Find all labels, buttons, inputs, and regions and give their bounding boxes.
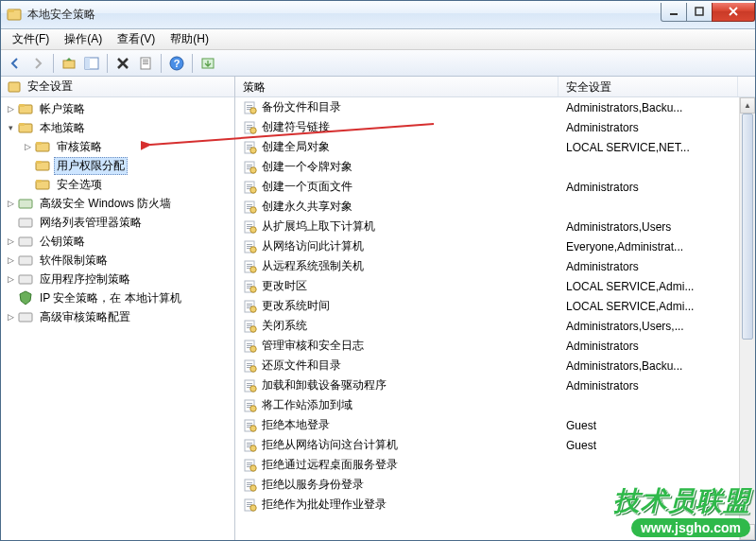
tree-item-advaudit[interactable]: ▷高级审核策略配置 xyxy=(1,307,234,326)
svg-point-50 xyxy=(250,166,256,172)
folder-icon xyxy=(35,139,50,154)
tree-header[interactable]: 安全设置 xyxy=(1,77,234,97)
toolbar-separator xyxy=(192,54,193,73)
forward-button[interactable] xyxy=(27,53,48,74)
export-button[interactable] xyxy=(198,53,218,74)
svg-rect-57 xyxy=(247,204,252,205)
svg-point-105 xyxy=(250,385,256,391)
scroll-up-button[interactable]: ▲ xyxy=(740,97,755,113)
expand-icon[interactable]: ▷ xyxy=(5,273,16,285)
expand-icon[interactable]: ▷ xyxy=(5,254,16,266)
list-row[interactable]: 加载和卸载设备驱动程序Administrators xyxy=(235,375,755,395)
spacer-icon xyxy=(22,179,33,190)
minimize-button[interactable] xyxy=(661,3,687,22)
folder-icon xyxy=(18,120,33,135)
tree-label: 网络列表管理器策略 xyxy=(37,215,145,231)
svg-point-90 xyxy=(250,325,256,331)
list-row[interactable]: 备份文件和目录Administrators,Backu... xyxy=(235,97,755,117)
menu-action[interactable]: 操作(A) xyxy=(57,29,110,49)
policy-name: 创建永久共享对象 xyxy=(262,199,566,215)
list-row[interactable]: 关闭系统Administrators,Users,... xyxy=(235,316,755,336)
list-row[interactable]: 拒绝从网络访问这台计算机Guest xyxy=(235,435,755,455)
tree-item-local-policy[interactable]: ▾ 本地策略 xyxy=(1,118,234,137)
list-row[interactable]: 还原文件和目录Administrators,Backu... xyxy=(235,356,755,375)
tree-label: 高级安全 Windows 防火墙 xyxy=(37,196,174,212)
list-row[interactable]: 从扩展坞上取下计算机Administrators,Users xyxy=(235,217,755,236)
tree-item-account-policy[interactable]: ▷ 帐户策略 xyxy=(1,99,234,118)
list-row[interactable]: 创建全局对象LOCAL SERVICE,NET... xyxy=(235,137,755,157)
close-button[interactable] xyxy=(712,3,755,22)
app-window: 本地安全策略 文件(F) 操作(A) 查看(V) 帮助(H) ? xyxy=(0,0,756,541)
list-row[interactable]: 管理审核和安全日志Administrators xyxy=(235,336,755,356)
tree-item-audit-policy[interactable]: ▷ 审核策略 xyxy=(18,137,234,156)
folder-icon xyxy=(35,177,50,192)
policy-setting: Administrators xyxy=(566,260,755,273)
svg-rect-92 xyxy=(247,343,252,344)
vertical-scrollbar[interactable]: ▲ ▼ xyxy=(739,97,755,540)
svg-point-55 xyxy=(250,186,256,192)
back-button[interactable] xyxy=(5,53,26,74)
tree-item-ipsec[interactable]: IP 安全策略，在 本地计算机 xyxy=(1,288,234,307)
list-row[interactable]: 拒绝本地登录Guest xyxy=(235,415,755,435)
menubar: 文件(F) 操作(A) 查看(V) 帮助(H) xyxy=(1,29,755,50)
tree-item-appctrl[interactable]: ▷应用程序控制策略 xyxy=(1,270,234,288)
folder-icon xyxy=(18,309,33,324)
expand-icon[interactable]: ▷ xyxy=(5,236,16,247)
policy-setting: Administrators xyxy=(566,340,755,353)
scroll-thumb[interactable] xyxy=(742,113,753,340)
help-button[interactable]: ? xyxy=(166,53,187,74)
list-row[interactable]: 更改系统时间LOCAL SERVICE,Admi... xyxy=(235,296,755,316)
list-row[interactable]: 将工作站添加到域 xyxy=(235,395,755,415)
show-hide-tree-button[interactable] xyxy=(81,53,102,74)
svg-text:?: ? xyxy=(174,58,180,69)
column-policy[interactable]: 策略 xyxy=(235,77,558,96)
list-row[interactable]: 创建永久共享对象 xyxy=(235,197,755,217)
maximize-button[interactable] xyxy=(686,3,713,22)
tree-item-netlist[interactable]: 网络列表管理器策略 xyxy=(1,213,234,232)
app-icon xyxy=(7,8,22,23)
collapse-icon[interactable]: ▾ xyxy=(5,122,16,133)
list-row[interactable]: 创建一个令牌对象 xyxy=(235,157,755,177)
policy-name: 更改系统时间 xyxy=(262,298,566,314)
tree-item-pubkey[interactable]: ▷公钥策略 xyxy=(1,232,234,251)
column-setting[interactable]: 安全设置 xyxy=(558,77,738,96)
expand-icon[interactable]: ▷ xyxy=(5,103,16,114)
tree-item-security-options[interactable]: 安全选项 xyxy=(18,175,234,194)
list-row[interactable]: 更改时区LOCAL SERVICE,Admi... xyxy=(235,276,755,296)
svg-rect-28 xyxy=(19,256,32,265)
list-row[interactable]: 创建符号链接Administrators xyxy=(235,117,755,137)
policy-icon xyxy=(243,239,258,254)
tree-item-user-rights[interactable]: 用户权限分配 xyxy=(18,156,234,175)
list-row[interactable]: 创建一个页面文件Administrators xyxy=(235,177,755,197)
svg-rect-3 xyxy=(696,8,703,15)
svg-rect-97 xyxy=(247,363,252,364)
svg-rect-47 xyxy=(247,165,252,166)
policy-icon xyxy=(243,160,258,175)
tree-item-firewall[interactable]: ▷高级安全 Windows 防火墙 xyxy=(1,194,234,213)
policy-icon xyxy=(243,339,258,354)
titlebar[interactable]: 本地安全策略 xyxy=(1,1,755,29)
expand-icon[interactable]: ▷ xyxy=(5,198,16,209)
toolbar-separator xyxy=(107,54,108,73)
svg-rect-20 xyxy=(36,142,42,145)
list-row[interactable]: 从网络访问此计算机Everyone,Administrat... xyxy=(235,236,755,256)
scroll-track[interactable] xyxy=(740,113,755,524)
expand-icon[interactable]: ▷ xyxy=(5,311,16,323)
list-row[interactable]: 拒绝通过远程桌面服务登录 xyxy=(235,455,755,475)
menu-view[interactable]: 查看(V) xyxy=(110,29,163,49)
expand-icon[interactable]: ▷ xyxy=(22,141,33,152)
tree-item-software[interactable]: ▷软件限制策略 xyxy=(1,251,234,270)
menu-help[interactable]: 帮助(H) xyxy=(163,29,216,49)
svg-rect-37 xyxy=(247,125,252,126)
svg-rect-77 xyxy=(247,284,252,285)
properties-button[interactable] xyxy=(135,53,156,74)
menu-file[interactable]: 文件(F) xyxy=(5,29,57,49)
toolbar-separator xyxy=(53,54,54,73)
policy-setting: Everyone,Administrat... xyxy=(566,240,755,253)
svg-point-80 xyxy=(250,286,256,291)
policy-name: 拒绝从网络访问这台计算机 xyxy=(262,437,566,453)
policy-name: 更改时区 xyxy=(262,278,566,294)
delete-button[interactable] xyxy=(112,53,133,74)
list-row[interactable]: 从远程系统强制关机Administrators xyxy=(235,256,755,276)
up-button[interactable] xyxy=(59,53,79,74)
